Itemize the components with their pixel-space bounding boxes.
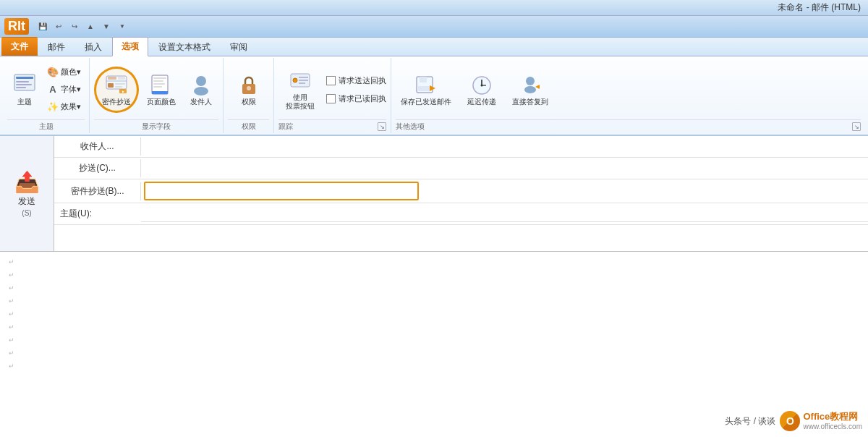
- delivery-receipt-cb[interactable]: 请求送达回执: [326, 74, 386, 88]
- effects-button[interactable]: ✨ 效果▾: [43, 99, 85, 115]
- site-url: www.officecls.com: [803, 423, 862, 431]
- subject-input[interactable]: [141, 205, 868, 222]
- bcc-input[interactable]: [144, 182, 419, 200]
- tab-review[interactable]: 审阅: [221, 38, 257, 56]
- body-line-3: [9, 284, 859, 297]
- bcc-ribbon-button[interactable]: ▶ 密件抄送: [94, 67, 139, 113]
- title-bar-text: 未命名 - 邮件 (HTML): [778, 1, 861, 14]
- page-color-icon: [150, 73, 173, 96]
- vote-label: 使用投票按钮: [286, 93, 315, 111]
- tab-insert[interactable]: 插入: [75, 38, 111, 56]
- direct-reply-label: 直接答复到: [512, 98, 548, 106]
- body-line-2: [9, 271, 859, 284]
- delay-send-label: 延迟传递: [467, 98, 496, 106]
- body-line-4: [9, 297, 859, 310]
- group-tracking-label: 跟踪: [278, 122, 293, 132]
- save-sent-button[interactable]: 保存已发送邮件: [396, 69, 456, 110]
- svg-point-20: [196, 76, 206, 86]
- page-color-button[interactable]: 页面颜色: [142, 69, 181, 110]
- theme-button[interactable]: 主题: [7, 69, 42, 110]
- mail-form: 📤 发送 (S) 收件人... 抄送(C)... 密件抄送(B)... 主题(U…: [0, 136, 868, 252]
- font-icon: A: [47, 84, 59, 96]
- title-bar: 未命名 - 邮件 (HTML): [0, 0, 868, 16]
- cc-button[interactable]: 抄送(C)...: [54, 159, 141, 177]
- group-theme-label: 主题: [39, 122, 54, 132]
- font-label: 字体▾: [61, 84, 81, 95]
- svg-point-23: [247, 86, 251, 90]
- more-qa-btn[interactable]: ▼: [116, 20, 129, 33]
- other-expand-btn[interactable]: ↘: [852, 122, 861, 131]
- send-button[interactable]: 📤 发送 (S): [0, 136, 54, 251]
- undo-btn[interactable]: ↩: [52, 20, 65, 33]
- delay-send-button[interactable]: 延迟传递: [462, 69, 501, 110]
- to-button[interactable]: 收件人...: [54, 137, 141, 156]
- group-permission: 权限 权限: [224, 58, 274, 133]
- vote-button[interactable]: 使用投票按钮: [278, 65, 322, 114]
- subject-row: 主题(U):: [54, 203, 868, 225]
- body-line-7: [9, 336, 859, 349]
- body-line-9: [9, 362, 859, 375]
- to-row: 收件人...: [54, 136, 868, 158]
- svg-point-36: [526, 77, 535, 85]
- ribbon-tabs: 文件 邮件 插入 选项 设置文本格式 审阅: [0, 38, 868, 56]
- send-shortcut: (S): [22, 209, 31, 217]
- body-line-6: [9, 323, 859, 336]
- theme-icon: [13, 73, 36, 96]
- group-other-label: 其他选项: [396, 122, 425, 132]
- svg-rect-30: [420, 77, 427, 82]
- color-button[interactable]: 🎨 颜色▾: [43, 64, 85, 80]
- svg-rect-7: [108, 83, 114, 88]
- from-button[interactable]: 发件人: [184, 69, 218, 110]
- send-icon: 📤: [14, 170, 40, 194]
- from-icon: [190, 73, 213, 96]
- delivery-receipt-label: 请求送达回执: [339, 75, 386, 86]
- redo-btn[interactable]: ↪: [68, 20, 81, 33]
- cc-input[interactable]: [141, 161, 868, 177]
- direct-reply-button[interactable]: 直接答复到: [507, 69, 553, 110]
- svg-point-37: [524, 86, 536, 93]
- group-permission-label: 权限: [242, 122, 256, 132]
- bcc-button[interactable]: 密件抄送(B)...: [54, 182, 141, 200]
- tracking-expand-btn[interactable]: ↘: [378, 122, 386, 131]
- vote-icon: [289, 69, 312, 92]
- tab-options[interactable]: 选项: [112, 37, 148, 56]
- svg-rect-17: [153, 80, 163, 82]
- body-line-8: [9, 349, 859, 362]
- mail-fields-area: 收件人... 抄送(C)... 密件抄送(B)... 主题(U):: [54, 136, 868, 251]
- svg-point-25: [293, 78, 297, 82]
- svg-rect-18: [153, 83, 165, 85]
- group-showfields-label: 显示字段: [142, 122, 171, 132]
- office-logo: O: [780, 411, 800, 431]
- send-label: 发送: [18, 195, 35, 208]
- read-receipt-checkbox[interactable]: [326, 94, 336, 103]
- tab-format[interactable]: 设置文本格式: [149, 38, 220, 56]
- body-line-1: [9, 258, 859, 271]
- body-line-5: [9, 310, 859, 323]
- svg-rect-1: [16, 77, 33, 79]
- delay-send-icon: [470, 73, 493, 96]
- direct-reply-icon: [519, 73, 542, 96]
- save-quick-btn[interactable]: 💾: [36, 20, 49, 33]
- font-button[interactable]: A 字体▾: [43, 82, 85, 98]
- ribbon: 主题 🎨 颜色▾ A 字体▾ ✨ 效果▾: [0, 56, 868, 136]
- permission-button[interactable]: 权限: [231, 69, 266, 110]
- svg-rect-3: [16, 84, 32, 85]
- svg-rect-4: [16, 87, 26, 88]
- tab-file[interactable]: 文件: [1, 37, 38, 56]
- subject-label: 主题(U):: [54, 205, 141, 223]
- from-label: 发件人: [190, 98, 212, 106]
- down-btn[interactable]: ▼: [100, 20, 113, 33]
- up-btn[interactable]: ▲: [84, 20, 97, 33]
- app-logo: RIt: [4, 18, 29, 35]
- delivery-receipt-checkbox[interactable]: [326, 76, 336, 85]
- color-label: 颜色▾: [61, 67, 81, 77]
- tab-mail[interactable]: 邮件: [38, 38, 75, 56]
- svg-rect-16: [153, 77, 166, 79]
- svg-rect-19: [153, 86, 162, 88]
- to-input[interactable]: [141, 139, 868, 155]
- svg-point-35: [481, 84, 483, 86]
- mail-body[interactable]: 头条号 / 谈谈 O Office教程网 www.officecls.com: [0, 252, 868, 437]
- permission-icon: [237, 73, 260, 96]
- effects-label: 效果▾: [61, 101, 81, 112]
- read-receipt-cb[interactable]: 请求已读回执: [326, 92, 386, 106]
